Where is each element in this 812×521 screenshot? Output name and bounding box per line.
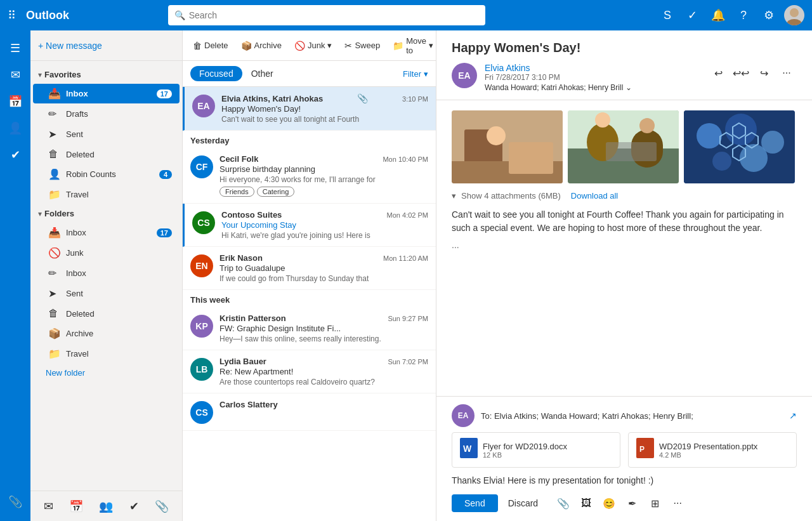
email-to: Wanda Howard; Katri Ahokas; Henry Brill … xyxy=(485,83,700,92)
sidebar-item-deleted[interactable]: 🗑 Deleted xyxy=(33,145,180,164)
mail-item-1[interactable]: CS Contoso Suites Mon 4:02 PM Your Upcom… xyxy=(183,204,436,247)
reply-icon-btn[interactable]: ↩ xyxy=(708,63,728,83)
delete-button[interactable]: 🗑 Delete xyxy=(188,38,233,53)
reply-text: Thanks Elvia! Here is my presentation fo… xyxy=(452,475,797,485)
svg-point-1 xyxy=(787,19,802,25)
folders-header[interactable]: ▾ Folders xyxy=(30,205,182,222)
to-expand-icon[interactable]: ⌄ xyxy=(625,83,632,92)
mail-subject-1: Your Upcoming Stay xyxy=(221,220,428,230)
filter-label: Filter xyxy=(403,69,421,79)
travel-fav-label: Travel xyxy=(66,190,172,199)
send-button[interactable]: Send xyxy=(452,494,498,512)
reply-all-icon-btn[interactable]: ↩↩ xyxy=(731,63,751,83)
calendar-footer-icon[interactable]: 📅 xyxy=(69,499,83,513)
archive-button[interactable]: 📦 Archive xyxy=(236,38,287,53)
mail-item-5[interactable]: CS Carlos Slattery xyxy=(183,393,436,431)
right-panel: Happy Women's Day! EA Elvia Atkins Fri 7… xyxy=(436,30,812,521)
table-btn[interactable]: ⊞ xyxy=(645,493,665,513)
mail-footer-icon[interactable]: ✉ xyxy=(44,499,53,513)
avatar-en: EN xyxy=(190,254,213,277)
mail-from-1: Contoso Suites xyxy=(221,210,282,220)
user-avatar[interactable] xyxy=(784,5,804,25)
tasks-footer-icon[interactable]: ✔ xyxy=(129,499,139,513)
people-footer-icon[interactable]: 👥 xyxy=(99,499,113,513)
sidebar-item-robin[interactable]: 👤 Robin Counts 4 xyxy=(33,164,180,184)
word-icon: W xyxy=(460,438,478,462)
mail-item-4[interactable]: LB Lydia Bauer Sun 7:02 PM Re: New Apart… xyxy=(183,350,436,393)
mail-item-selected[interactable]: EA Elvia Atkins, Katri Ahokas 📎 3:10 PM … xyxy=(183,87,436,131)
sidebar-item-archive[interactable]: 📦 Archive xyxy=(33,324,180,343)
email-sender-avatar: EA xyxy=(452,63,477,88)
email-from-name[interactable]: Elvia Atkins xyxy=(485,63,700,73)
sidebar-hamburger[interactable]: ☰ xyxy=(3,36,28,61)
sidebar-item-inbox2[interactable]: 📥 Inbox 17 xyxy=(33,223,180,242)
svg-rect-13 xyxy=(606,142,657,161)
attachments-bar[interactable]: ▾ Show 4 attachments (6MB) Download all xyxy=(452,191,797,201)
mail-content-5: Carlos Slattery xyxy=(219,400,428,424)
new-message-button[interactable]: + New message xyxy=(38,41,102,51)
help-icon[interactable]: ? xyxy=(733,5,754,25)
tab-other[interactable]: Other xyxy=(242,66,282,81)
inbox2-icon: 📥 xyxy=(48,227,61,239)
reply-attachment-1[interactable]: P WD2019 Presentation.pptx 4.2 MB xyxy=(628,432,797,468)
mail-from-5: Carlos Slattery xyxy=(219,400,278,409)
new-folder-link[interactable]: New folder xyxy=(30,364,182,381)
notification-icon[interactable]: 🔔 xyxy=(708,5,728,25)
move-to-button[interactable]: 📁 Move to ▾ xyxy=(388,34,438,58)
email-date: Fri 7/28/2017 3:10 PM xyxy=(485,73,700,82)
sidebar-tasks[interactable]: ✔ xyxy=(3,142,28,168)
email-body-more[interactable]: ... xyxy=(452,240,797,250)
sidebar-item-inbox[interactable]: 📥 Inbox 17 xyxy=(33,84,180,103)
mail-item-3[interactable]: KP Kristin Patterson Sun 9:27 PM FW: Gra… xyxy=(183,307,436,350)
junk-button[interactable]: 🚫 Junk ▾ xyxy=(289,38,337,53)
search-box[interactable]: 🔍 xyxy=(168,5,485,25)
sidebar-item-deleted2[interactable]: 🗑 Deleted xyxy=(33,304,180,323)
sidebar-item-sent[interactable]: ➤ Sent xyxy=(33,124,180,144)
sidebar-item-travel[interactable]: 📁 Travel xyxy=(33,344,180,364)
mail-time-0: Mon 10:40 PM xyxy=(383,155,428,163)
archive-icon: 📦 xyxy=(48,327,61,340)
forward-icon-btn[interactable]: ↪ xyxy=(754,63,774,83)
sweep-button[interactable]: ✂ Sweep xyxy=(339,38,385,53)
sidebar-item-sent2[interactable]: ➤ Sent xyxy=(33,284,180,303)
robin-badge: 4 xyxy=(159,170,172,179)
tab-focused[interactable]: Focused xyxy=(190,66,242,81)
settings-icon[interactable]: ⚙ xyxy=(759,5,779,25)
sidebar-mail[interactable]: ✉ xyxy=(3,62,28,88)
attach-footer-icon[interactable]: 📎 xyxy=(155,499,169,513)
mail-preview-selected: Can't wait to see you all tonight at Fou… xyxy=(221,115,428,124)
image-btn[interactable]: 🖼 xyxy=(576,493,596,513)
skype-icon[interactable]: S xyxy=(657,5,678,25)
sidebar-item-drafts[interactable]: ✏ Drafts xyxy=(33,104,180,124)
email-image-1 xyxy=(452,110,563,183)
sidebar-people[interactable]: 👤 xyxy=(3,115,28,141)
sidebar-item-inbox3[interactable]: ✏ Inbox xyxy=(33,263,180,283)
attach-btn[interactable]: 📎 xyxy=(553,493,573,513)
reply-expand-icon[interactable]: ↗ xyxy=(789,411,797,421)
attachments-label: Show 4 attachments (6MB) xyxy=(461,191,561,201)
sidebar-item-travel-fav[interactable]: 📁 Travel xyxy=(33,185,180,204)
discard-button[interactable]: Discard xyxy=(501,494,546,512)
mail-from-2: Erik Nason xyxy=(219,253,263,263)
download-all-label[interactable]: Download all xyxy=(571,191,618,201)
search-input[interactable] xyxy=(189,10,479,20)
mail-item-2[interactable]: EN Erik Nason Mon 11:20 AM Trip to Guada… xyxy=(183,247,436,290)
filter-button[interactable]: Filter ▾ xyxy=(403,69,428,79)
more-actions-btn[interactable]: ··· xyxy=(776,63,797,83)
favorites-header[interactable]: ▾ Favorites xyxy=(30,66,182,83)
sidebar-attach[interactable]: 📎 xyxy=(3,489,28,515)
waffle-icon[interactable]: ⠿ xyxy=(8,8,16,22)
reply-attachment-0[interactable]: W Flyer for WD2019.docx 12 KB xyxy=(452,432,620,468)
mail-content-3: Kristin Patterson Sun 9:27 PM FW: Graphi… xyxy=(219,313,428,343)
sidebar-item-junk[interactable]: 🚫 Junk xyxy=(33,243,180,263)
more-reply-btn[interactable]: ··· xyxy=(667,493,688,513)
mail-from-3: Kristin Patterson xyxy=(219,313,286,323)
emoji-btn[interactable]: 😊 xyxy=(599,493,619,513)
reply-area: EA To: Elvia Atkins; Wanda Howard; Katri… xyxy=(436,396,812,521)
mail-item-0[interactable]: CF Cecil Folk Mon 10:40 PM Surprise birt… xyxy=(183,148,436,204)
check-icon[interactable]: ✓ xyxy=(683,5,703,25)
signature-btn[interactable]: ✒ xyxy=(622,493,642,513)
svg-text:W: W xyxy=(463,444,472,454)
mail-from-0: Cecil Folk xyxy=(219,154,258,164)
sidebar-calendar[interactable]: 📅 xyxy=(3,89,28,114)
